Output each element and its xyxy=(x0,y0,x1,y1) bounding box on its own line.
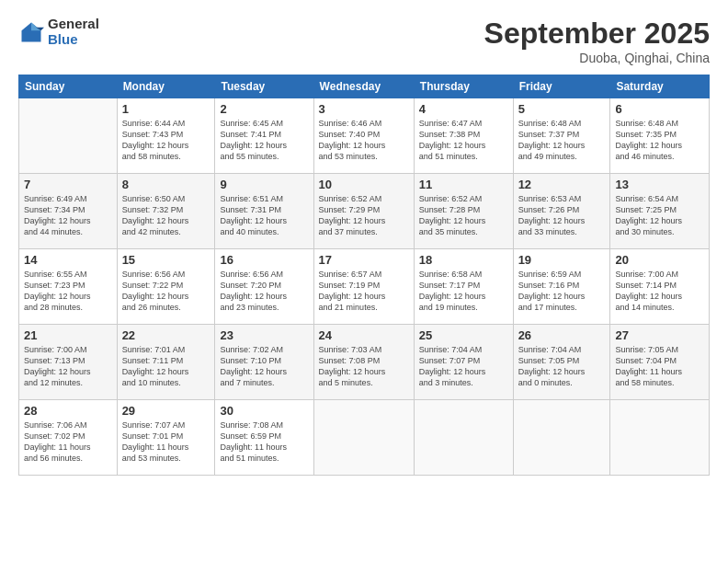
calendar-cell: 10Sunrise: 6:52 AM Sunset: 7:29 PM Dayli… xyxy=(313,174,414,249)
day-number: 16 xyxy=(220,253,308,267)
calendar-cell: 20Sunrise: 7:00 AM Sunset: 7:14 PM Dayli… xyxy=(610,249,710,325)
calendar-cell: 13Sunrise: 6:54 AM Sunset: 7:25 PM Dayli… xyxy=(610,174,710,249)
day-info: Sunrise: 7:00 AM Sunset: 7:13 PM Dayligh… xyxy=(24,344,112,389)
calendar-cell: 19Sunrise: 6:59 AM Sunset: 7:16 PM Dayli… xyxy=(513,249,610,325)
calendar-cell: 6Sunrise: 6:48 AM Sunset: 7:35 PM Daylig… xyxy=(610,98,710,174)
day-number: 3 xyxy=(319,102,409,116)
title-block: September 2025 Duoba, Qinghai, China xyxy=(484,17,710,65)
calendar-cell: 22Sunrise: 7:01 AM Sunset: 7:11 PM Dayli… xyxy=(117,325,215,400)
day-number: 21 xyxy=(24,328,112,342)
calendar-week-row: 28Sunrise: 7:06 AM Sunset: 7:02 PM Dayli… xyxy=(19,400,710,476)
weekday-header: Saturday xyxy=(610,75,710,98)
location-subtitle: Duoba, Qinghai, China xyxy=(484,51,710,65)
day-info: Sunrise: 7:06 AM Sunset: 7:02 PM Dayligh… xyxy=(24,419,112,465)
calendar-cell: 2Sunrise: 6:45 AM Sunset: 7:41 PM Daylig… xyxy=(215,98,313,174)
day-info: Sunrise: 7:05 AM Sunset: 7:04 PM Dayligh… xyxy=(615,344,704,389)
day-number: 20 xyxy=(615,253,704,267)
calendar-cell xyxy=(513,400,610,476)
day-info: Sunrise: 7:07 AM Sunset: 7:01 PM Dayligh… xyxy=(122,419,210,465)
logo-general: General xyxy=(48,17,99,32)
calendar-cell: 25Sunrise: 7:04 AM Sunset: 7:07 PM Dayli… xyxy=(414,325,513,400)
weekday-header: Wednesday xyxy=(313,75,414,98)
calendar-cell: 26Sunrise: 7:04 AM Sunset: 7:05 PM Dayli… xyxy=(513,325,610,400)
logo-icon xyxy=(18,19,44,45)
calendar-cell: 27Sunrise: 7:05 AM Sunset: 7:04 PM Dayli… xyxy=(610,325,710,400)
day-number: 9 xyxy=(220,178,308,191)
day-info: Sunrise: 7:02 AM Sunset: 7:10 PM Dayligh… xyxy=(220,344,308,389)
calendar-cell xyxy=(610,400,710,476)
day-number: 18 xyxy=(419,253,508,267)
calendar-table: SundayMondayTuesdayWednesdayThursdayFrid… xyxy=(18,75,710,476)
day-number: 24 xyxy=(319,328,409,342)
calendar-cell: 1Sunrise: 6:44 AM Sunset: 7:43 PM Daylig… xyxy=(117,98,215,174)
day-number: 14 xyxy=(24,253,112,267)
calendar-week-row: 1Sunrise: 6:44 AM Sunset: 7:43 PM Daylig… xyxy=(19,98,710,174)
day-info: Sunrise: 6:57 AM Sunset: 7:19 PM Dayligh… xyxy=(319,269,409,314)
day-number: 2 xyxy=(220,102,308,116)
calendar-cell: 24Sunrise: 7:03 AM Sunset: 7:08 PM Dayli… xyxy=(313,325,414,400)
logo: General Blue xyxy=(18,17,99,47)
day-info: Sunrise: 6:51 AM Sunset: 7:31 PM Dayligh… xyxy=(220,193,308,238)
calendar-cell xyxy=(313,400,414,476)
day-number: 5 xyxy=(518,102,606,116)
day-info: Sunrise: 6:52 AM Sunset: 7:29 PM Dayligh… xyxy=(319,193,409,238)
day-info: Sunrise: 6:48 AM Sunset: 7:37 PM Dayligh… xyxy=(518,118,606,163)
calendar-cell: 23Sunrise: 7:02 AM Sunset: 7:10 PM Dayli… xyxy=(215,325,313,400)
day-info: Sunrise: 7:00 AM Sunset: 7:14 PM Dayligh… xyxy=(615,269,704,314)
day-info: Sunrise: 6:56 AM Sunset: 7:22 PM Dayligh… xyxy=(122,269,210,314)
day-info: Sunrise: 7:01 AM Sunset: 7:11 PM Dayligh… xyxy=(122,344,210,389)
day-number: 17 xyxy=(319,253,409,267)
day-number: 6 xyxy=(615,102,704,116)
weekday-header: Tuesday xyxy=(215,75,313,98)
day-number: 7 xyxy=(24,178,112,191)
calendar-cell: 29Sunrise: 7:07 AM Sunset: 7:01 PM Dayli… xyxy=(117,400,215,476)
calendar-cell: 18Sunrise: 6:58 AM Sunset: 7:17 PM Dayli… xyxy=(414,249,513,325)
day-info: Sunrise: 7:08 AM Sunset: 6:59 PM Dayligh… xyxy=(220,419,308,465)
day-number: 27 xyxy=(615,328,704,342)
calendar-week-row: 21Sunrise: 7:00 AM Sunset: 7:13 PM Dayli… xyxy=(19,325,710,400)
calendar-cell: 17Sunrise: 6:57 AM Sunset: 7:19 PM Dayli… xyxy=(313,249,414,325)
day-info: Sunrise: 6:49 AM Sunset: 7:34 PM Dayligh… xyxy=(24,193,112,238)
page-header: General Blue September 2025 Duoba, Qingh… xyxy=(18,17,710,65)
day-number: 11 xyxy=(419,178,508,191)
day-number: 13 xyxy=(615,178,704,191)
day-info: Sunrise: 6:55 AM Sunset: 7:23 PM Dayligh… xyxy=(24,269,112,314)
day-info: Sunrise: 7:04 AM Sunset: 7:05 PM Dayligh… xyxy=(518,344,606,389)
day-info: Sunrise: 6:44 AM Sunset: 7:43 PM Dayligh… xyxy=(122,118,210,163)
calendar-cell: 4Sunrise: 6:47 AM Sunset: 7:38 PM Daylig… xyxy=(414,98,513,174)
day-info: Sunrise: 6:45 AM Sunset: 7:41 PM Dayligh… xyxy=(220,118,308,163)
calendar-cell: 21Sunrise: 7:00 AM Sunset: 7:13 PM Dayli… xyxy=(19,325,118,400)
calendar-cell: 12Sunrise: 6:53 AM Sunset: 7:26 PM Dayli… xyxy=(513,174,610,249)
day-info: Sunrise: 6:52 AM Sunset: 7:28 PM Dayligh… xyxy=(419,193,508,238)
day-info: Sunrise: 6:59 AM Sunset: 7:16 PM Dayligh… xyxy=(518,269,606,314)
day-number: 8 xyxy=(122,178,210,191)
calendar-cell: 14Sunrise: 6:55 AM Sunset: 7:23 PM Dayli… xyxy=(19,249,118,325)
day-number: 10 xyxy=(319,178,409,191)
day-number: 15 xyxy=(122,253,210,267)
day-number: 22 xyxy=(122,328,210,342)
day-number: 25 xyxy=(419,328,508,342)
calendar-cell xyxy=(414,400,513,476)
day-info: Sunrise: 6:54 AM Sunset: 7:25 PM Dayligh… xyxy=(615,193,704,238)
day-number: 26 xyxy=(518,328,606,342)
weekday-header: Sunday xyxy=(19,75,118,98)
day-number: 23 xyxy=(220,328,308,342)
day-number: 30 xyxy=(220,404,308,418)
weekday-header: Thursday xyxy=(414,75,513,98)
calendar-cell: 3Sunrise: 6:46 AM Sunset: 7:40 PM Daylig… xyxy=(313,98,414,174)
calendar-cell: 15Sunrise: 6:56 AM Sunset: 7:22 PM Dayli… xyxy=(117,249,215,325)
calendar-cell: 7Sunrise: 6:49 AM Sunset: 7:34 PM Daylig… xyxy=(19,174,118,249)
month-title: September 2025 xyxy=(484,17,710,51)
calendar-cell: 8Sunrise: 6:50 AM Sunset: 7:32 PM Daylig… xyxy=(117,174,215,249)
day-info: Sunrise: 6:53 AM Sunset: 7:26 PM Dayligh… xyxy=(518,193,606,238)
calendar-cell: 9Sunrise: 6:51 AM Sunset: 7:31 PM Daylig… xyxy=(215,174,313,249)
weekday-header: Monday xyxy=(117,75,215,98)
day-info: Sunrise: 6:56 AM Sunset: 7:20 PM Dayligh… xyxy=(220,269,308,314)
calendar-cell: 28Sunrise: 7:06 AM Sunset: 7:02 PM Dayli… xyxy=(19,400,118,476)
day-info: Sunrise: 7:04 AM Sunset: 7:07 PM Dayligh… xyxy=(419,344,508,389)
day-number: 4 xyxy=(419,102,508,116)
calendar-cell: 30Sunrise: 7:08 AM Sunset: 6:59 PM Dayli… xyxy=(215,400,313,476)
day-info: Sunrise: 6:48 AM Sunset: 7:35 PM Dayligh… xyxy=(615,118,704,163)
day-info: Sunrise: 7:03 AM Sunset: 7:08 PM Dayligh… xyxy=(319,344,409,389)
day-info: Sunrise: 6:58 AM Sunset: 7:17 PM Dayligh… xyxy=(419,269,508,314)
